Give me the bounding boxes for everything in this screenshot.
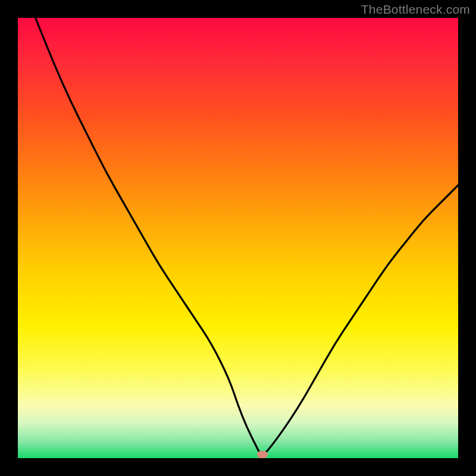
plot-area	[18, 18, 458, 458]
chart-frame: TheBottleneck.com	[0, 0, 476, 476]
optimal-point-marker	[257, 451, 268, 458]
bottleneck-curve	[18, 18, 458, 458]
watermark-text: TheBottleneck.com	[361, 2, 470, 17]
